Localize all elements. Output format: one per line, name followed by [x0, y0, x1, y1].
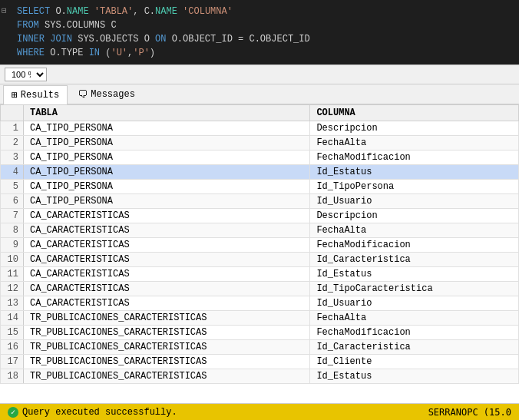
table-row[interactable]: 12CA_CARACTERISTICASId_TipoCaracteristic…: [1, 282, 519, 296]
tabla-cell: CA_CARACTERISTICAS: [24, 223, 310, 238]
status-message: Query executed successfully.: [22, 407, 177, 418]
tabla-cell: TR_PUBLICACIONES_CARACTERISTICAS: [24, 369, 310, 384]
columna-cell: Id_Estatus: [310, 165, 519, 180]
sql-editor[interactable]: ⊟ SELECT O.NAME 'TABLA', C.NAME 'COLUMNA…: [0, 0, 519, 64]
table-row[interactable]: 1CA_TIPO_PERSONADescripcion: [1, 121, 519, 136]
row-num-cell: 9: [1, 238, 24, 253]
tabla-cell: CA_TIPO_PERSONA: [24, 150, 310, 165]
table-row[interactable]: 14TR_PUBLICACIONES_CARACTERISTICASFechaA…: [1, 311, 519, 326]
results-icon: ⊞: [12, 89, 18, 101]
row-num-cell: 1: [1, 121, 24, 136]
table-row[interactable]: 11CA_CARACTERISTICASId_Estatus: [1, 267, 519, 282]
status-bar: ✓ Query executed successfully. SERRANOPC…: [0, 403, 519, 420]
row-num-cell: 3: [1, 150, 24, 165]
columna-cell: FechaAlta: [310, 223, 519, 238]
row-num-cell: 7: [1, 209, 24, 223]
columna-cell: Id_TipoPersona: [310, 180, 519, 194]
row-num-cell: 18: [1, 369, 24, 384]
row-num-cell: 6: [1, 194, 24, 209]
table-row[interactable]: 8CA_CARACTERISTICASFechaAlta: [1, 223, 519, 238]
table-row[interactable]: 13CA_CARACTERISTICASId_Usuario: [1, 296, 519, 311]
tab-results[interactable]: ⊞ Results: [3, 85, 68, 104]
columna-cell: Id_Usuario: [310, 296, 519, 311]
row-num-cell: 11: [1, 267, 24, 282]
tabla-cell: CA_CARACTERISTICAS: [24, 253, 310, 267]
col-header-columna: COLUMNA: [310, 105, 519, 121]
zoom-selector[interactable]: 100 % 25 % 50 % 75 % 125 % 150 % 200 %: [5, 68, 47, 81]
row-num-cell: 15: [1, 326, 24, 340]
tabla-cell: TR_PUBLICACIONES_CARACTERISTICAS: [24, 326, 310, 340]
row-num-cell: 10: [1, 253, 24, 267]
tabla-cell: TR_PUBLICACIONES_CARACTERISTICAS: [24, 355, 310, 369]
table-row[interactable]: 4CA_TIPO_PERSONAId_Estatus: [1, 165, 519, 180]
table-row[interactable]: 3CA_TIPO_PERSONAFechaModificacion: [1, 150, 519, 165]
table-row[interactable]: 7CA_CARACTERISTICASDescripcion: [1, 209, 519, 223]
col-header-tabla: TABLA: [24, 105, 310, 121]
table-row[interactable]: 9CA_CARACTERISTICASFechaModificacion: [1, 238, 519, 253]
columna-cell: FechaAlta: [310, 311, 519, 326]
tab-messages-label: Messages: [91, 89, 135, 100]
tabla-cell: CA_CARACTERISTICAS: [24, 296, 310, 311]
row-num-cell: 5: [1, 180, 24, 194]
row-num-cell: 12: [1, 282, 24, 296]
zoom-bar: 100 % 25 % 50 % 75 % 125 % 150 % 200 %: [0, 64, 519, 84]
table-row[interactable]: 2CA_TIPO_PERSONAFechaAlta: [1, 136, 519, 150]
results-area[interactable]: TABLA COLUMNA 1CA_TIPO_PERSONADescripcio…: [0, 104, 519, 403]
tabla-cell: CA_TIPO_PERSONA: [24, 180, 310, 194]
columna-cell: Id_Caracteristica: [310, 253, 519, 267]
line-indicator: ⊟: [2, 5, 7, 18]
table-row[interactable]: 15TR_PUBLICACIONES_CARACTERISTICASFechaM…: [1, 326, 519, 340]
tabla-cell: TR_PUBLICACIONES_CARACTERISTICAS: [24, 340, 310, 355]
table-row[interactable]: 16TR_PUBLICACIONES_CARACTERISTICASId_Car…: [1, 340, 519, 355]
table-row[interactable]: 17TR_PUBLICACIONES_CARACTERISTICASId_Cli…: [1, 355, 519, 369]
tabs-bar: ⊞ Results 🗨 Messages: [0, 84, 519, 104]
columna-cell: Id_Cliente: [310, 355, 519, 369]
columna-cell: FechaModificacion: [310, 326, 519, 340]
columna-cell: Descripcion: [310, 121, 519, 136]
tabla-cell: CA_TIPO_PERSONA: [24, 136, 310, 150]
columna-cell: Id_TipoCaracteristica: [310, 282, 519, 296]
table-row[interactable]: 6CA_TIPO_PERSONAId_Usuario: [1, 194, 519, 209]
status-left: ✓ Query executed successfully.: [8, 407, 177, 418]
columna-cell: FechaModificacion: [310, 150, 519, 165]
row-num-cell: 16: [1, 340, 24, 355]
col-header-num: [1, 105, 24, 121]
table-row[interactable]: 5CA_TIPO_PERSONAId_TipoPersona: [1, 180, 519, 194]
sql-content: SELECT O.NAME 'TABLA', C.NAME 'COLUMNA' …: [17, 5, 513, 60]
row-num-cell: 13: [1, 296, 24, 311]
tabla-cell: CA_CARACTERISTICAS: [24, 282, 310, 296]
columna-cell: Id_Estatus: [310, 369, 519, 384]
table-row[interactable]: 18TR_PUBLICACIONES_CARACTERISTICASId_Est…: [1, 369, 519, 384]
results-table: TABLA COLUMNA 1CA_TIPO_PERSONADescripcio…: [0, 104, 519, 384]
row-num-cell: 4: [1, 165, 24, 180]
status-server: SERRANOPC (15.0: [428, 407, 511, 418]
tabla-cell: CA_CARACTERISTICAS: [24, 209, 310, 223]
tabla-cell: CA_CARACTERISTICAS: [24, 238, 310, 253]
table-row[interactable]: 10CA_CARACTERISTICASId_Caracteristica: [1, 253, 519, 267]
row-num-cell: 14: [1, 311, 24, 326]
tab-results-label: Results: [21, 90, 59, 101]
columna-cell: FechaAlta: [310, 136, 519, 150]
tabla-cell: TR_PUBLICACIONES_CARACTERISTICAS: [24, 311, 310, 326]
tab-messages[interactable]: 🗨 Messages: [69, 85, 144, 104]
row-num-cell: 17: [1, 355, 24, 369]
messages-icon: 🗨: [78, 89, 88, 101]
tabla-cell: CA_TIPO_PERSONA: [24, 121, 310, 136]
columna-cell: Id_Caracteristica: [310, 340, 519, 355]
row-num-cell: 2: [1, 136, 24, 150]
columna-cell: Id_Usuario: [310, 194, 519, 209]
row-num-cell: 8: [1, 223, 24, 238]
tabla-cell: CA_TIPO_PERSONA: [24, 165, 310, 180]
columna-cell: FechaModificacion: [310, 238, 519, 253]
columna-cell: Id_Estatus: [310, 267, 519, 282]
columna-cell: Descripcion: [310, 209, 519, 223]
status-ok-icon: ✓: [8, 407, 18, 418]
tabla-cell: CA_CARACTERISTICAS: [24, 267, 310, 282]
tabla-cell: CA_TIPO_PERSONA: [24, 194, 310, 209]
